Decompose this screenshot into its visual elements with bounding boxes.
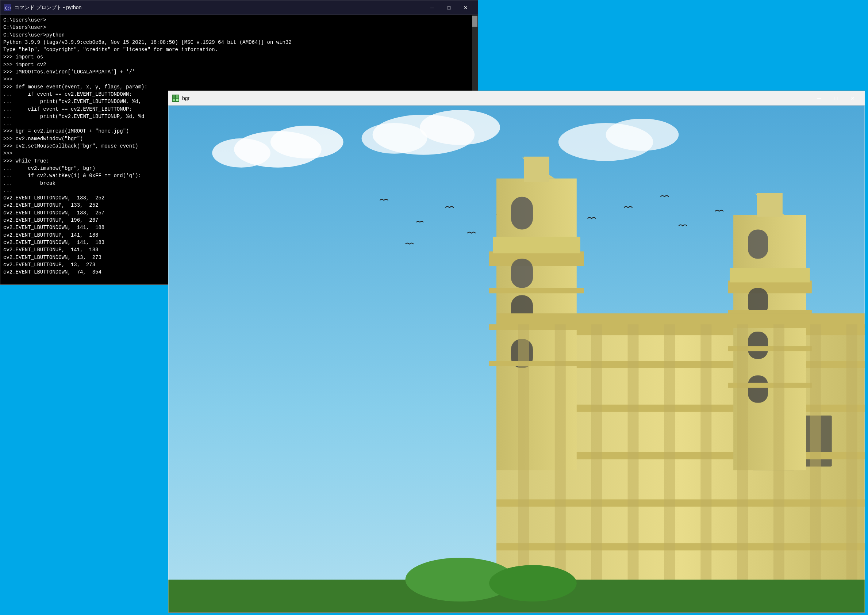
svg-rect-27	[524, 157, 549, 182]
svg-rect-56	[737, 324, 748, 612]
svg-rect-52	[591, 324, 602, 612]
cmd-scrollbar-thumb[interactable]	[472, 16, 477, 27]
svg-rect-41	[730, 268, 810, 282]
svg-rect-4	[176, 95, 179, 98]
svg-point-9	[271, 126, 343, 159]
bgr-window: bgr ─ □ ✕	[168, 91, 865, 613]
cmd-titlebar: C:\ コマンド プロンプト - python ─ □ ✕	[0, 0, 478, 15]
svg-rect-29	[493, 237, 580, 253]
svg-rect-55	[700, 324, 711, 612]
svg-rect-31	[511, 259, 533, 288]
svg-point-13	[362, 123, 427, 154]
svg-rect-36	[489, 361, 584, 366]
svg-rect-54	[664, 324, 675, 612]
svg-rect-3	[173, 95, 175, 98]
bgr-minimize-button[interactable]: ─	[811, 91, 827, 106]
svg-rect-6	[176, 98, 179, 101]
svg-rect-39	[757, 193, 782, 217]
svg-rect-44	[748, 332, 768, 359]
bgr-image-area	[168, 106, 865, 612]
svg-point-62	[489, 565, 577, 601]
svg-rect-45	[748, 375, 768, 403]
svg-text:C:\: C:\	[5, 6, 11, 10]
cmd-window-controls: ─ □ ✕	[424, 0, 474, 15]
svg-point-15	[606, 119, 679, 151]
svg-rect-57	[773, 324, 784, 612]
svg-rect-28	[489, 251, 584, 266]
svg-rect-30	[511, 197, 533, 230]
svg-rect-53	[628, 324, 639, 612]
bgr-window-controls: ─ □ ✕	[811, 91, 861, 106]
svg-point-10	[212, 138, 271, 168]
bgr-title: bgr	[182, 95, 811, 101]
svg-rect-49	[496, 313, 865, 328]
svg-rect-24	[496, 543, 865, 550]
svg-point-12	[420, 110, 500, 145]
bgr-maximize-button[interactable]: □	[827, 91, 844, 106]
svg-rect-42	[748, 230, 768, 259]
cmd-close-button[interactable]: ✕	[457, 0, 474, 15]
svg-rect-58	[810, 324, 821, 612]
svg-rect-40	[728, 281, 812, 293]
svg-rect-5	[173, 98, 175, 101]
svg-rect-34	[489, 288, 584, 293]
cmd-maximize-button[interactable]: □	[441, 0, 457, 15]
svg-rect-23	[496, 499, 865, 507]
bgr-icon	[172, 95, 179, 102]
bgr-titlebar: bgr ─ □ ✕	[168, 91, 865, 106]
cmd-icon: C:\	[4, 4, 11, 11]
svg-rect-59	[846, 324, 857, 612]
cmd-minimize-button[interactable]: ─	[424, 0, 441, 15]
building-image	[168, 106, 865, 612]
bgr-close-button[interactable]: ✕	[844, 91, 861, 106]
cmd-title: コマンド プロンプト - python	[14, 5, 424, 11]
